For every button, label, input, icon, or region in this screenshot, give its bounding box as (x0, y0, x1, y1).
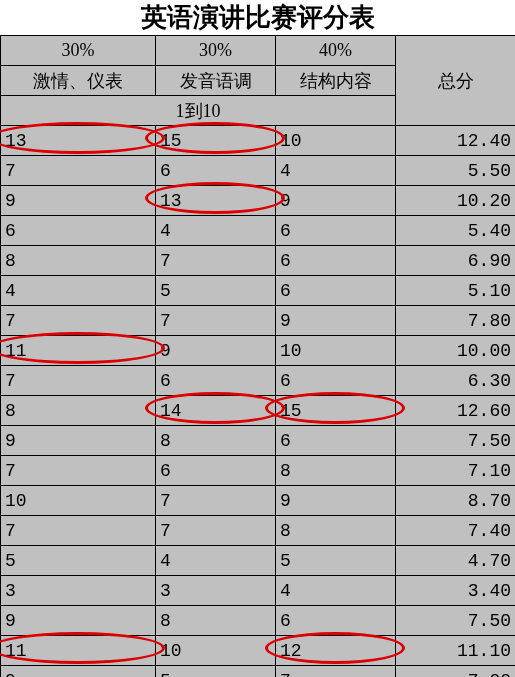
table-row: 13151012.40 (1, 126, 516, 156)
cell-c4: 7.50 (396, 426, 516, 456)
table-row: 9867.50 (1, 606, 516, 636)
cell-c1: 11 (1, 636, 156, 666)
cell-c2: 13 (156, 186, 276, 216)
cell-c3: 6 (276, 276, 396, 306)
weight-col2: 30% (156, 36, 276, 66)
cell-c3: 6 (276, 246, 396, 276)
cell-c4: 12.40 (396, 126, 516, 156)
cell-c4: 5.50 (396, 156, 516, 186)
cell-c1: 5 (1, 546, 156, 576)
cell-c1: 11 (1, 336, 156, 366)
table-row: 8141512.60 (1, 396, 516, 426)
table-row: 913910.20 (1, 186, 516, 216)
cell-c4: 10.00 (396, 336, 516, 366)
cell-c3: 9 (276, 486, 396, 516)
weight-col3: 40% (276, 36, 396, 66)
cell-c1: 7 (1, 456, 156, 486)
cell-c4: 4.70 (396, 546, 516, 576)
cell-c2: 7 (156, 486, 276, 516)
cell-c1: 10 (1, 486, 156, 516)
cell-c1: 9 (1, 606, 156, 636)
cell-c2: 5 (156, 666, 276, 678)
header-total: 总分 (396, 36, 516, 126)
cell-c1: 8 (1, 246, 156, 276)
cell-c1: 6 (1, 216, 156, 246)
cell-c3: 8 (276, 456, 396, 486)
cell-c2: 6 (156, 366, 276, 396)
table-row: 10798.70 (1, 486, 516, 516)
header-col2: 发音语调 (156, 66, 276, 96)
cell-c2: 15 (156, 126, 276, 156)
cell-c3: 7 (276, 666, 396, 678)
table-row: 6465.40 (1, 216, 516, 246)
table-row: 3343.40 (1, 576, 516, 606)
cell-c2: 8 (156, 426, 276, 456)
table-row: 8766.90 (1, 246, 516, 276)
cell-c3: 6 (276, 366, 396, 396)
cell-c4: 5.10 (396, 276, 516, 306)
cell-c2: 10 (156, 636, 276, 666)
cell-c4: 7.10 (396, 456, 516, 486)
range-label: 1到10 (1, 96, 396, 126)
cell-c1: 9 (1, 666, 156, 678)
cell-c2: 6 (156, 456, 276, 486)
cell-c3: 9 (276, 306, 396, 336)
cell-c4: 6.90 (396, 246, 516, 276)
cell-c4: 7.80 (396, 306, 516, 336)
cell-c3: 6 (276, 606, 396, 636)
cell-c4: 6.30 (396, 366, 516, 396)
cell-c2: 8 (156, 606, 276, 636)
cell-c4: 12.60 (396, 396, 516, 426)
cell-c1: 3 (1, 576, 156, 606)
cell-c2: 7 (156, 516, 276, 546)
cell-c2: 4 (156, 546, 276, 576)
table-row: 5454.70 (1, 546, 516, 576)
cell-c1: 4 (1, 276, 156, 306)
cell-c2: 7 (156, 306, 276, 336)
cell-c3: 10 (276, 126, 396, 156)
cell-c4: 10.20 (396, 186, 516, 216)
cell-c3: 6 (276, 216, 396, 246)
cell-c1: 7 (1, 156, 156, 186)
header-col1: 激情、仪表 (1, 66, 156, 96)
table-row: 1191010.00 (1, 336, 516, 366)
cell-c3: 4 (276, 156, 396, 186)
cell-c2: 5 (156, 276, 276, 306)
table-row: 7687.10 (1, 456, 516, 486)
cell-c1: 7 (1, 516, 156, 546)
weight-col1: 30% (1, 36, 156, 66)
cell-c1: 9 (1, 426, 156, 456)
cell-c3: 9 (276, 186, 396, 216)
cell-c1: 13 (1, 126, 156, 156)
cell-c2: 3 (156, 576, 276, 606)
table-row: 7787.40 (1, 516, 516, 546)
cell-c4: 7.40 (396, 516, 516, 546)
cell-c3: 15 (276, 396, 396, 426)
table-title: 英语演讲比赛评分表 (1, 0, 516, 36)
table-row: 7666.30 (1, 366, 516, 396)
cell-c4: 11.10 (396, 636, 516, 666)
table-row: 9867.50 (1, 426, 516, 456)
cell-c2: 7 (156, 246, 276, 276)
cell-c3: 5 (276, 546, 396, 576)
header-col3: 结构内容 (276, 66, 396, 96)
cell-c1: 7 (1, 306, 156, 336)
table-row: 4565.10 (1, 276, 516, 306)
table-row: 7797.80 (1, 306, 516, 336)
cell-c3: 8 (276, 516, 396, 546)
cell-c2: 14 (156, 396, 276, 426)
cell-c2: 4 (156, 216, 276, 246)
table-row: 7645.50 (1, 156, 516, 186)
cell-c1: 7 (1, 366, 156, 396)
cell-c3: 6 (276, 426, 396, 456)
cell-c4: 8.70 (396, 486, 516, 516)
cell-c1: 9 (1, 186, 156, 216)
cell-c4: 5.40 (396, 216, 516, 246)
cell-c4: 3.40 (396, 576, 516, 606)
cell-c4: 7.50 (396, 606, 516, 636)
cell-c2: 6 (156, 156, 276, 186)
score-table: 英语演讲比赛评分表 30% 30% 40% 总分 激情、仪表 发音语调 结构内容… (0, 0, 515, 677)
cell-c3: 10 (276, 336, 396, 366)
cell-c3: 4 (276, 576, 396, 606)
cell-c3: 12 (276, 636, 396, 666)
